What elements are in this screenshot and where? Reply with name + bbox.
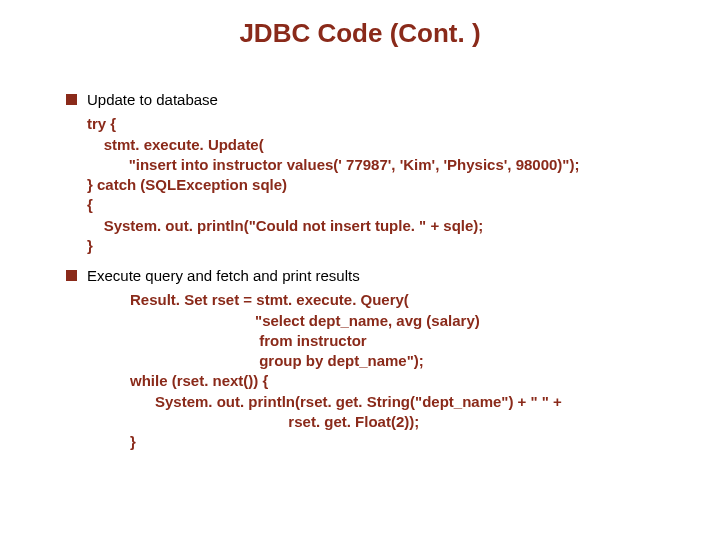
bullet-row: Update to database	[66, 90, 686, 110]
code-block: try { stmt. execute. Update( "insert int…	[87, 114, 686, 256]
slide-title: JDBC Code (Cont. )	[0, 18, 720, 49]
code-block: Result. Set rset = stmt. execute. Query(…	[130, 290, 686, 452]
slide: JDBC Code (Cont. ) Update to database tr…	[0, 0, 720, 540]
slide-content: Update to database try { stmt. execute. …	[66, 90, 686, 462]
bullet-text: Update to database	[87, 90, 686, 110]
bullet-row: Execute query and fetch and print result…	[66, 266, 686, 286]
square-bullet-icon	[66, 270, 77, 281]
bullet-text: Execute query and fetch and print result…	[87, 266, 686, 286]
square-bullet-icon	[66, 94, 77, 105]
